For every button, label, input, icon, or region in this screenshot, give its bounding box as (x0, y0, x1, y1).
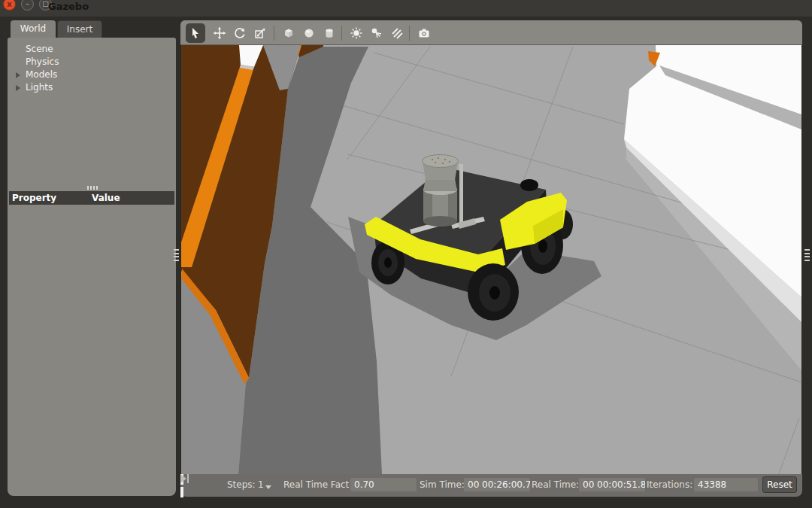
sim-time-value: 00 00:26:00.73 (464, 478, 530, 491)
toolbar-separator (274, 26, 274, 41)
screenshot-camera-icon[interactable] (414, 23, 434, 43)
value-column-header[interactable]: Value (92, 191, 120, 205)
render-toolbar (180, 20, 802, 45)
window-title: Gazebo (48, 1, 89, 12)
rtf-label: Real Time Fact (283, 479, 349, 490)
left-panel: World Insert Scene Physics Models Lights… (8, 20, 176, 496)
rotate-icon[interactable] (230, 23, 250, 43)
select-arrow-icon[interactable] (186, 23, 205, 43)
point-light-icon[interactable] (347, 23, 366, 43)
window-close-button[interactable]: x (3, 0, 16, 11)
toolbar-separator (409, 26, 410, 41)
tree-item-physics[interactable]: Physics (8, 56, 176, 69)
world-tree-panel: Scene Physics Models Lights Property Val… (8, 38, 176, 496)
right-splitter-grip[interactable] (804, 249, 810, 261)
tree-item-scene[interactable]: Scene (8, 44, 176, 56)
reset-button[interactable]: Reset (762, 476, 797, 493)
tree-item-lights[interactable]: Lights (8, 82, 176, 95)
expander-arrow-icon[interactable] (16, 72, 20, 78)
property-pane-grip[interactable] (87, 186, 98, 190)
window-minimize-button[interactable]: – (21, 0, 34, 11)
directional-light-icon[interactable] (387, 23, 407, 43)
steps-label: Steps: (227, 479, 256, 490)
render-viewport: Steps: 1 Real Time Fact 0.70 Sim Time: 0… (180, 20, 802, 497)
iterations-value: 43388 (694, 478, 758, 491)
steps-dropdown-arrow-icon[interactable] (265, 485, 271, 489)
tab-world[interactable]: World (11, 20, 56, 38)
gazebo-window: x – □ Gazebo World Insert Scene Physics … (0, 0, 812, 508)
cylinder-icon[interactable] (320, 23, 339, 43)
expander-arrow-icon[interactable] (16, 85, 20, 91)
tree-item-models[interactable]: Models (8, 69, 176, 82)
scene-svg (181, 45, 801, 474)
simulation-status-bar: Steps: 1 Real Time Fact 0.70 Sim Time: 0… (180, 474, 802, 497)
property-column-header[interactable]: Property (12, 191, 56, 205)
scene-canvas[interactable] (180, 45, 802, 474)
property-table-header: Property Value (9, 191, 174, 205)
left-splitter-grip[interactable] (174, 249, 179, 261)
title-bar: x – □ Gazebo (0, 0, 812, 17)
real-time-label: Real Time: (532, 479, 579, 490)
tab-insert[interactable]: Insert (57, 20, 102, 38)
translate-icon[interactable] (210, 23, 229, 43)
rtf-value: 0.70 (350, 478, 417, 491)
antenna-knob (520, 179, 538, 191)
sim-time-label: Sim Time: (420, 479, 465, 490)
toolbar-separator (341, 26, 342, 41)
iterations-label: Iterations: (647, 479, 692, 490)
scale-icon[interactable] (250, 23, 270, 43)
steps-value[interactable]: 1 (258, 479, 264, 490)
box-icon[interactable] (279, 23, 298, 43)
spot-light-icon[interactable] (367, 23, 386, 43)
real-time-value: 00 00:00:51.80 (579, 478, 645, 491)
sphere-icon[interactable] (299, 23, 319, 43)
